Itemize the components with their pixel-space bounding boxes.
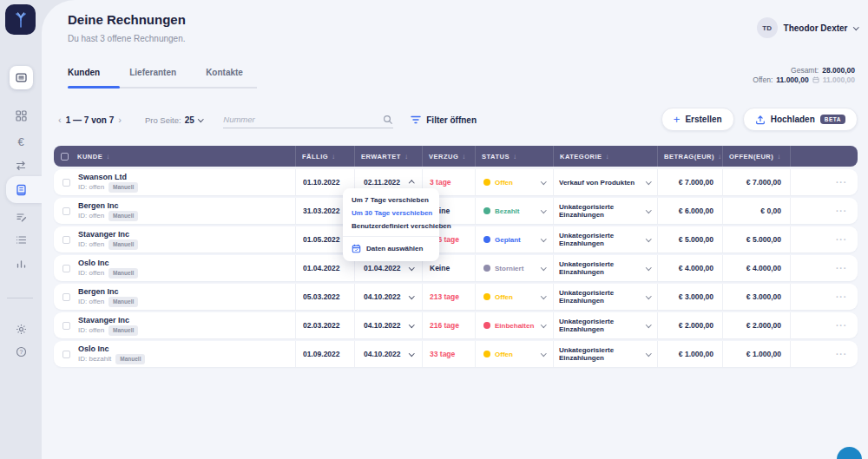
row-checkbox[interactable] <box>62 265 70 272</box>
chevron-down-icon[interactable] <box>409 265 414 270</box>
create-button[interactable]: + Erstellen <box>661 108 734 131</box>
chevron-up-icon[interactable] <box>409 180 414 186</box>
row-checkbox[interactable] <box>62 351 70 358</box>
chevron-down-icon[interactable] <box>646 351 651 356</box>
kategorie-select[interactable]: Unkategorisierte Einzahlungen <box>553 341 657 367</box>
chevron-down-icon[interactable] <box>646 179 651 184</box>
sort-icon[interactable]: ↓ <box>106 153 110 161</box>
row-actions-button[interactable]: ··· <box>790 198 858 224</box>
tab-kontakte[interactable]: Kontakte <box>206 68 243 85</box>
kategorie-select[interactable]: Unkategorisierte Einzahlungen <box>553 198 657 224</box>
table-row[interactable]: Stavanger Inc ID: offen Manuell 01.05.20… <box>54 226 858 252</box>
sidebar-item-invoices[interactable] <box>0 179 42 201</box>
column-kunde[interactable]: KUNDE <box>77 153 102 161</box>
column-offen[interactable]: OFFEN(EUR) <box>729 153 773 161</box>
status-select[interactable]: Geplant <box>475 226 553 252</box>
sort-icon[interactable]: ↓ <box>513 153 517 161</box>
row-actions-button[interactable]: ··· <box>790 226 858 252</box>
table-row[interactable]: Swanson Ltd ID: offen Manuell 01.10.2022… <box>54 169 858 195</box>
sidebar-item-help[interactable]: ? <box>0 340 42 363</box>
row-checkbox[interactable] <box>62 293 70 301</box>
chevron-down-icon[interactable] <box>409 322 414 327</box>
kategorie-select[interactable]: Unkategorisierte Einzahlungen <box>553 255 657 281</box>
chevron-down-icon[interactable] <box>646 293 651 298</box>
row-actions-button[interactable]: ··· <box>790 312 858 338</box>
upload-button[interactable]: Hochladen BETA <box>743 108 858 131</box>
row-actions-button[interactable]: ··· <box>790 341 858 367</box>
sidebar-item-banking[interactable]: € <box>0 130 42 153</box>
chevron-down-icon[interactable] <box>541 265 546 270</box>
table-row[interactable]: Stavanger Inc ID: offen Manuell 02.03.20… <box>54 312 858 338</box>
chevron-down-icon[interactable] <box>646 207 651 213</box>
sort-icon[interactable]: ↓ <box>462 153 466 161</box>
status-select[interactable]: Bezahlt <box>475 198 553 224</box>
table-row[interactable]: Bergen Inc ID: offen Manuell 05.03.2022 … <box>54 284 858 310</box>
column-betrag[interactable]: BETRAG(EUR) <box>664 153 714 161</box>
user-menu[interactable]: TD Theodor Dexter <box>757 17 858 38</box>
sidebar-item-dashboard[interactable] <box>0 104 42 127</box>
sidebar-item-notes[interactable] <box>0 206 42 228</box>
column-verzug[interactable]: VERZUG <box>429 153 458 161</box>
sort-icon[interactable]: ↓ <box>332 153 336 161</box>
sort-icon[interactable]: ↓ <box>718 153 722 161</box>
table-row[interactable]: Oslo Inc ID: offen Manuell 01.04.2022 01… <box>54 255 858 281</box>
chevron-down-icon[interactable] <box>198 116 203 121</box>
tab-lieferanten[interactable]: Lieferanten <box>129 68 176 85</box>
chevron-down-icon[interactable] <box>409 351 414 356</box>
menu-item-30-tage[interactable]: Um 30 Tage verschieben <box>343 207 439 220</box>
row-actions-button[interactable]: ··· <box>790 284 858 310</box>
app-logo[interactable] <box>5 4 36 35</box>
sort-icon[interactable]: ↓ <box>404 153 409 161</box>
row-checkbox[interactable] <box>62 179 70 187</box>
chevron-down-icon[interactable] <box>541 236 546 241</box>
per-page-select[interactable]: 25 <box>185 115 194 125</box>
chevron-down-icon[interactable] <box>541 351 546 356</box>
status-select[interactable]: Einbehalten <box>475 312 553 338</box>
column-kategorie[interactable]: KATEGORIE <box>560 153 602 161</box>
status-select[interactable]: Storniert <box>475 255 553 281</box>
table-row[interactable]: Bergen Inc ID: offen Manuell 31.03.2022 … <box>54 198 858 224</box>
chevron-down-icon[interactable] <box>646 236 651 241</box>
erwartet-cell[interactable]: 04.10.2022 <box>354 341 422 367</box>
chat-widget-button[interactable] <box>837 447 862 459</box>
chevron-down-icon[interactable] <box>541 322 546 327</box>
table-row[interactable]: Oslo Inc ID: bezahlt Manuell 01.09.2022 … <box>54 341 858 367</box>
kategorie-select[interactable]: Unkategorisierte Einzahlungen <box>553 284 657 310</box>
sidebar-item-reports[interactable] <box>0 252 42 275</box>
row-checkbox[interactable] <box>62 207 70 215</box>
sidebar-item-settings[interactable] <box>0 318 42 340</box>
search-icon[interactable] <box>383 115 393 125</box>
menu-item-7-tage[interactable]: Um 7 Tage verschieben <box>343 193 439 207</box>
row-actions-button[interactable]: ··· <box>790 169 858 195</box>
row-checkbox[interactable] <box>62 322 70 330</box>
row-actions-button[interactable]: ··· <box>790 255 858 281</box>
sort-icon[interactable]: ↓ <box>606 153 610 161</box>
sidebar-item-transactions[interactable] <box>0 154 42 177</box>
kategorie-select[interactable]: Verkauf von Produkten <box>553 169 657 195</box>
column-status[interactable]: STATUS <box>482 153 510 161</box>
kategorie-select[interactable]: Unkategorisierte Einzahlungen <box>553 226 657 252</box>
erwartet-cell[interactable]: 04.10.2022 <box>354 284 422 310</box>
row-checkbox[interactable] <box>62 236 70 244</box>
chevron-down-icon[interactable] <box>409 293 414 298</box>
status-select[interactable]: Offen <box>475 169 553 195</box>
page-prev-button[interactable]: ‹ <box>54 115 66 125</box>
sidebar-item-list[interactable] <box>0 228 42 251</box>
tab-kunden[interactable]: Kunden <box>68 68 100 85</box>
erwartet-cell[interactable]: 04.10.2022 <box>354 312 422 338</box>
menu-item-daten-auswaehlen[interactable]: Daten auswählen <box>343 240 439 257</box>
menu-item-benutzerdefiniert[interactable]: Benutzerdefiniert verschieben <box>343 220 439 233</box>
chevron-down-icon[interactable] <box>646 322 651 327</box>
search-input[interactable] <box>223 115 371 124</box>
filter-toggle[interactable]: Filter öffnen <box>411 115 477 125</box>
page-next-button[interactable]: › <box>114 115 126 125</box>
kategorie-select[interactable]: Unkategorisierte Einzahlungen <box>553 312 657 338</box>
workspace-button[interactable] <box>10 66 33 89</box>
status-select[interactable]: Offen <box>475 341 553 367</box>
chevron-down-icon[interactable] <box>541 179 546 184</box>
column-faellig[interactable]: FÄLLIG <box>302 153 328 161</box>
chevron-down-icon[interactable] <box>541 207 546 213</box>
chevron-down-icon[interactable] <box>646 265 651 270</box>
select-all-checkbox[interactable] <box>61 153 69 161</box>
column-erwartet[interactable]: ERWARTET <box>361 153 401 161</box>
